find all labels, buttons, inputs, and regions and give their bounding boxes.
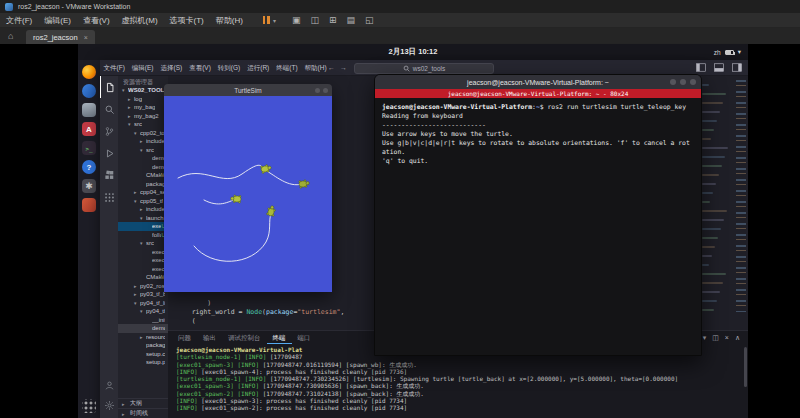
kill-terminal-icon[interactable]: × [725, 334, 729, 341]
dock-icon[interactable]: ✱ [82, 179, 96, 193]
split-terminal-icon[interactable]: ◫ [712, 334, 719, 342]
minimap[interactable] [736, 80, 746, 312]
toggle-secondary-sidebar-icon[interactable] [732, 63, 742, 72]
keyboard-layout-indicator[interactable]: zh [714, 49, 721, 56]
terminal-titlebar[interactable]: jeacson@jeacson-VMware-Virtual-Platform:… [375, 75, 701, 89]
minimize-button[interactable] [315, 88, 320, 93]
tree-item[interactable]: ▾ launch [118, 214, 168, 223]
tree-item[interactable]: ▸ my_bag [118, 103, 168, 112]
vscode-menu-item[interactable]: 终端(T) [273, 60, 301, 76]
panel-tab[interactable]: 终端 [267, 331, 292, 344]
settings-gear-icon[interactable] [100, 394, 118, 416]
tree-item[interactable]: exec01_tf_static.cpp [118, 248, 168, 257]
tree-item[interactable]: __init__.py [118, 316, 168, 325]
tree-item[interactable]: ▸ include [118, 137, 168, 146]
outline-section[interactable]: ▸ 大纲 [118, 398, 168, 408]
terminal-active-tab[interactable]: jeacson@jeacson-VMware-Virtual-Platform:… [375, 89, 701, 98]
maximize-panel-icon[interactable]: ∧ [735, 334, 740, 342]
tree-item[interactable]: ▸ log [118, 95, 168, 104]
vmware-toolbar-icon[interactable]: ◫ [310, 13, 319, 28]
dock-icon[interactable]: ? [82, 160, 96, 174]
pause-vm-button[interactable] [263, 16, 270, 24]
tree-item[interactable]: follow.launch.py U [118, 231, 168, 240]
tree-item[interactable]: package.xml [118, 341, 168, 350]
tree-item[interactable]: ▾ src [118, 120, 168, 129]
terminal-dropdown-icon[interactable]: ▾ [703, 334, 707, 342]
tree-item[interactable]: setup.cfg [118, 350, 168, 359]
vscode-menu-item[interactable]: 文件(F) [100, 60, 128, 76]
timeline-section[interactable]: ▸ 时间线 [118, 408, 168, 418]
tree-item[interactable]: ▾ py04_tf_listener [118, 307, 168, 316]
clock[interactable]: 2月13日 10:12 [389, 47, 438, 57]
explorer-icon[interactable] [100, 76, 118, 98]
dock-icon[interactable]: A [82, 122, 96, 136]
maximize-button[interactable] [680, 79, 686, 85]
turtlesim-canvas[interactable] [164, 96, 332, 292]
tree-item[interactable]: ▸ include [118, 205, 168, 214]
panel-tab[interactable]: 调试控制台 [222, 331, 267, 344]
panel-tab[interactable]: 输出 [197, 331, 222, 344]
extensions-icon[interactable] [100, 164, 118, 186]
app-grid-icon[interactable] [82, 399, 96, 413]
dock-icon[interactable] [82, 84, 96, 98]
tree-item[interactable]: exec02_tf_dynamic.cpp [118, 256, 168, 265]
panel-tab[interactable]: 端口 [292, 331, 317, 344]
tree-item[interactable]: ▸ resource [118, 333, 168, 342]
tree-item[interactable]: ▸ my_bag2 [118, 112, 168, 121]
vscode-menu-item[interactable]: 转到(G) [214, 60, 243, 76]
panel-scrollbar[interactable] [744, 347, 747, 387]
tree-item[interactable]: ▾ src [118, 146, 168, 155]
tree-item[interactable]: ▾ src [118, 239, 168, 248]
dock-icon[interactable] [82, 198, 96, 212]
tree-item[interactable]: ▾ py04_tf_listener [118, 299, 168, 308]
vmware-toolbar-icon[interactable]: ▤ [346, 13, 355, 28]
tree-item[interactable]: ▾ WS02_TOOLS [118, 86, 168, 95]
vm-tab-close-icon[interactable]: × [84, 34, 88, 41]
tree-item[interactable]: exec03_tf_listener.cpp [118, 265, 168, 274]
tree-item[interactable]: ▸ py03_tf_broadcaster [118, 290, 168, 299]
command-center[interactable]: ws02_tools [354, 63, 494, 74]
tree-item[interactable]: ▾ cpp02_topic [118, 129, 168, 138]
account-icon[interactable] [100, 374, 118, 396]
close-button[interactable] [323, 88, 328, 93]
vscode-menu-item[interactable]: 选择(S) [157, 60, 186, 76]
search-view-icon[interactable] [100, 98, 118, 120]
tray-caret-icon[interactable]: ▾ [738, 48, 741, 56]
pause-caret-icon[interactable]: ▾ [273, 17, 276, 24]
vmware-menu-item[interactable]: 查看(V) [77, 13, 116, 28]
panel-tab[interactable]: 问题 [172, 331, 197, 344]
vmware-menu-item[interactable]: 文件(F) [0, 13, 38, 28]
dock-icon[interactable] [82, 103, 96, 117]
tree-item[interactable]: setup.py [118, 358, 168, 367]
vmware-toolbar-icon[interactable]: ◱ [365, 13, 374, 28]
vmware-menu-item[interactable]: 编辑(E) [38, 13, 77, 28]
tree-item[interactable]: demo01_pub.cpp [118, 154, 168, 163]
vscode-menu-item[interactable]: 编辑(E) [128, 60, 157, 76]
ros-extension-icon[interactable] [100, 186, 118, 208]
vscode-menu-item[interactable]: 帮助(H) [301, 60, 330, 76]
tree-item[interactable]: demo01_tf_listener_py.py [118, 324, 168, 333]
toggle-panel-icon[interactable] [714, 63, 724, 72]
minimize-button[interactable] [670, 79, 676, 85]
close-button[interactable] [690, 79, 696, 85]
vmware-toolbar-icon[interactable]: ▣ [292, 13, 301, 28]
tree-item[interactable]: package.xml [118, 180, 168, 189]
dock-icon[interactable] [82, 65, 96, 79]
turtlesim-titlebar[interactable]: TurtleSim [164, 84, 332, 96]
system-tray[interactable]: zh ▾ [714, 44, 741, 60]
tree-item[interactable]: ▸ cpp04_service [118, 188, 168, 197]
back-icon[interactable]: ← [328, 60, 335, 76]
terminal-body[interactable]: jeacson@jeacson-VMware-Virtual-Platform:… [375, 98, 701, 356]
tree-item[interactable]: CMakeLists.txt M [118, 273, 168, 282]
home-tab-icon[interactable]: ⌂ [8, 28, 13, 44]
source-control-icon[interactable] [100, 120, 118, 142]
vm-tab[interactable]: ros2_jeacson × [26, 30, 95, 44]
toggle-sidebar-icon[interactable] [696, 63, 706, 72]
vmware-toolbar-icon[interactable]: ⊞ [329, 13, 337, 28]
forward-icon[interactable]: → [340, 60, 347, 76]
run-debug-icon[interactable] [100, 142, 118, 164]
vmware-menu-item[interactable]: 虚拟机(M) [116, 13, 164, 28]
tree-item[interactable]: ▸ py02_rosbag [118, 282, 168, 291]
tree-item[interactable]: demo02_sub.cpp [118, 163, 168, 172]
vmware-menu-item[interactable]: 帮助(H) [210, 13, 249, 28]
